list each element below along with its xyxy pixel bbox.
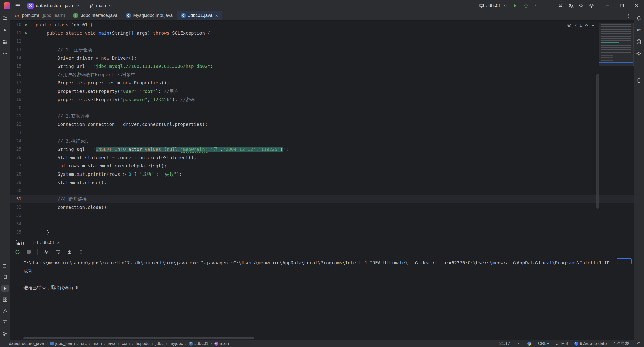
- breadcrumb-item[interactable]: src: [81, 341, 87, 346]
- breadcrumb-item[interactable]: hspedu: [136, 341, 150, 346]
- caret-position[interactable]: 31:17: [499, 341, 510, 346]
- project-widget[interactable]: DJ datastructure_java: [25, 1, 82, 10]
- project-folder-icon[interactable]: [1, 14, 9, 22]
- breadcrumb-item[interactable]: datastructure_java: [4, 341, 44, 346]
- code-line-33[interactable]: 33: [10, 211, 634, 220]
- code-line-18[interactable]: 18 properties.setProperty("user","root")…: [10, 87, 634, 95]
- code-line-13[interactable]: 13 // 1. 注册驱动: [10, 46, 634, 54]
- code-line-15[interactable]: 15 String url = "jdbc:mysql://100.113.19…: [10, 62, 634, 70]
- ai-assistant-icon[interactable]: [635, 50, 643, 57]
- problems-icon[interactable]: [1, 307, 9, 315]
- commit-icon[interactable]: [1, 26, 9, 34]
- run-console-tab[interactable]: Jdbc01 ×: [31, 238, 62, 247]
- encoding-selector[interactable]: UTF-8: [556, 341, 568, 346]
- breadcrumb-item[interactable]: main: [93, 341, 102, 346]
- maven-icon[interactable]: m: [635, 26, 643, 34]
- console-more-icon[interactable]: [78, 249, 84, 255]
- bookmarks-icon[interactable]: [1, 273, 9, 281]
- breadcrumb-item[interactable]: java: [108, 341, 116, 346]
- code-line-32[interactable]: 32 connection.close();: [10, 203, 634, 211]
- pull-requests-icon[interactable]: [1, 38, 9, 46]
- editor-scrollbar[interactable]: [596, 74, 599, 209]
- run-gutter-icon[interactable]: ▶: [25, 21, 28, 29]
- search-icon[interactable]: [579, 3, 584, 8]
- minimize-icon[interactable]: [600, 0, 615, 11]
- run-button-icon[interactable]: [512, 3, 518, 8]
- line-ending-selector[interactable]: CRLF: [538, 341, 549, 346]
- close-tab-icon[interactable]: ×: [215, 13, 218, 18]
- code-line-23[interactable]: 23: [10, 128, 634, 137]
- more-icon[interactable]: [534, 3, 538, 8]
- console-horizontal-scrollbar[interactable]: [23, 337, 254, 339]
- highlight-level-eye-icon[interactable]: [567, 23, 572, 28]
- code-line-29[interactable]: 29 statement.close();: [10, 178, 634, 187]
- minimap-viewport[interactable]: [599, 62, 633, 63]
- next-chevron-icon[interactable]: [591, 23, 595, 27]
- code-line-25[interactable]: 25 String sql = "INSERT INTO actor value…: [10, 145, 634, 153]
- structure-icon[interactable]: [1, 262, 9, 270]
- debug-icon[interactable]: [523, 3, 529, 8]
- code-line-16[interactable]: 16 //用户名密码放在Properties对象中: [10, 70, 634, 79]
- code-line-31[interactable]: 31 //4.断开链接: [10, 195, 634, 203]
- console-scroll-indicator[interactable]: [617, 258, 632, 264]
- code-line-36[interactable]: 36}: [10, 236, 634, 238]
- console-output[interactable]: C:\Users\meowrain\scoop\apps\corretto17-…: [10, 257, 634, 335]
- code-line-20[interactable]: 20: [10, 104, 634, 112]
- code-line-27[interactable]: 27 int rows = statement.executeUpdate(sq…: [10, 162, 634, 170]
- code-line-10[interactable]: 10▶public class Jdbc01 {: [10, 21, 634, 29]
- code-line-26[interactable]: 26 Statement statement = connection.crea…: [10, 153, 634, 162]
- maximize-icon[interactable]: [615, 0, 629, 11]
- run-tool-window-icon[interactable]: [1, 285, 9, 292]
- breadcrumb-item[interactable]: myjdbc: [170, 341, 183, 346]
- scroll-to-end-icon[interactable]: [66, 249, 72, 255]
- code-line-21[interactable]: 21 // 2.获取连接: [10, 112, 634, 120]
- breadcrumb-item[interactable]: mmain: [214, 341, 229, 346]
- menu-icon[interactable]: [15, 3, 20, 8]
- breadcrumb-item[interactable]: jdbc_learn: [50, 341, 75, 346]
- indent-selector[interactable]: 4 个空格: [613, 341, 630, 346]
- minimap[interactable]: [599, 23, 634, 66]
- tab-pom.xml[interactable]: mpom.xml (jdbc_learn): [10, 11, 69, 20]
- tab-Jdbc01.java[interactable]: CJdbc01.java×: [177, 11, 222, 20]
- device-manager-icon[interactable]: [635, 77, 643, 84]
- code-editor[interactable]: 10▶public class Jdbc01 {11▶ public stati…: [10, 21, 634, 238]
- pin-icon[interactable]: [43, 249, 49, 255]
- code-line-28[interactable]: 28 System.out.println(rows > 0 ? "成功" : …: [10, 170, 634, 178]
- database-icon[interactable]: [635, 38, 643, 46]
- code-line-14[interactable]: 14 Driver driver = new Driver();: [10, 54, 634, 62]
- code-line-35[interactable]: 35 }: [10, 228, 634, 236]
- inspections-widget[interactable]: ✓ 1: [565, 22, 596, 29]
- terminal-icon[interactable]: [1, 319, 9, 326]
- readonly-icon[interactable]: [636, 341, 640, 346]
- code-line-34[interactable]: 34: [10, 220, 634, 228]
- tab-JdbcInterface.java[interactable]: IJdbcInterface.java: [69, 11, 122, 20]
- translate-status-icon[interactable]: [527, 342, 531, 346]
- code-line-30[interactable]: 30: [10, 187, 634, 195]
- status-icon[interactable]: [516, 341, 521, 346]
- code-line-12[interactable]: 12: [10, 37, 634, 46]
- stop-icon[interactable]: [26, 249, 32, 255]
- close-icon[interactable]: [629, 0, 644, 11]
- code-line-24[interactable]: 24 // 3.执行sql: [10, 137, 634, 145]
- code-line-19[interactable]: 19 properties.setProperty("password","12…: [10, 95, 634, 104]
- run-gutter-icon[interactable]: ▶: [25, 29, 28, 37]
- run-configuration-widget[interactable]: Jdbc01: [477, 2, 510, 10]
- code-line-11[interactable]: 11▶ public static void main(String[] arg…: [10, 29, 634, 37]
- close-console-tab-icon[interactable]: ×: [57, 240, 60, 245]
- tab-MysqlJdbcImpl.java[interactable]: CMysqlJdbcImpl.java: [122, 11, 177, 20]
- code-line-22[interactable]: 22 Connection connection = driver.connec…: [10, 120, 634, 128]
- services-icon[interactable]: [1, 296, 9, 303]
- breadcrumb-item[interactable]: jdbc: [156, 341, 164, 346]
- settings-gear-icon[interactable]: [589, 3, 594, 8]
- translate-icon[interactable]: [568, 3, 574, 8]
- code-line-17[interactable]: 17 Properties properties = new Propertie…: [10, 79, 634, 87]
- breadcrumb-item[interactable]: com: [122, 341, 130, 346]
- breadcrumb-item[interactable]: CJdbc01: [189, 341, 208, 346]
- branch-widget[interactable]: main: [87, 2, 115, 10]
- prev-chevron-icon[interactable]: [585, 23, 588, 27]
- git-sync-status[interactable]: ↻ 9 Δ/up-to-date: [574, 341, 607, 346]
- inspection-count[interactable]: 1: [579, 21, 582, 29]
- tab-options-icon[interactable]: [626, 11, 634, 20]
- soft-wrap-icon[interactable]: [55, 249, 61, 255]
- user-icon[interactable]: [558, 3, 563, 8]
